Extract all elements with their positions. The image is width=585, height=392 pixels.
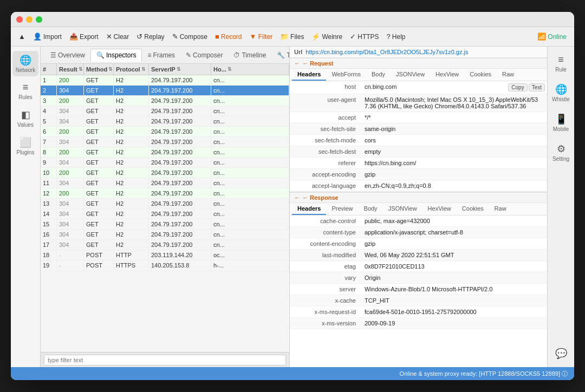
tab-inspectors[interactable]: 🔍 Inspectors bbox=[90, 49, 142, 62]
table-row[interactable]: 12 200 GET H2 204.79.197.200 cn... bbox=[41, 188, 289, 199]
close-button[interactable] bbox=[16, 16, 23, 23]
toolbar-weinre-button[interactable]: ⚡ Weinre bbox=[308, 31, 346, 42]
request-tab-hexview[interactable]: HexView bbox=[430, 69, 464, 81]
toolbar-import-button[interactable]: 👤 Import bbox=[30, 31, 65, 42]
toolbar-filter-button[interactable]: ▼ Filter bbox=[246, 31, 276, 42]
response-arrow-icon: ← bbox=[294, 194, 300, 201]
table-row[interactable]: 14 304 GET H2 204.79.197.200 cn... bbox=[41, 209, 289, 219]
url-label: Url bbox=[294, 49, 302, 55]
import-icon: 👤 bbox=[33, 32, 42, 41]
table-row[interactable]: 4 304 GET H2 204.79.197.200 cn... bbox=[41, 106, 289, 116]
far-sidebar-rule[interactable]: ≡ Rule bbox=[549, 51, 573, 76]
minimize-button[interactable] bbox=[26, 16, 32, 23]
values-icon: ◧ bbox=[21, 109, 30, 121]
table-row[interactable]: 15 304 GET H2 204.79.197.200 cn... bbox=[41, 219, 289, 230]
response-header-row-x-cache: x-cache TCP_HIT bbox=[290, 295, 547, 306]
col-header-serverip[interactable]: ServerIP ⇅ bbox=[149, 64, 211, 75]
compose-icon: ✎ bbox=[172, 32, 178, 41]
far-sidebar-setting[interactable]: ⚙ Setting bbox=[549, 140, 573, 165]
toolbar-clear-button[interactable]: ✕ Clear bbox=[103, 31, 133, 42]
request-headers-content: host cn.bing.com Copy Text user-agent Mo… bbox=[290, 81, 547, 192]
rule-icon: ≡ bbox=[558, 54, 564, 66]
online-icon: 📶 bbox=[537, 32, 546, 41]
tab-timeline[interactable]: ⏱ Timeline bbox=[228, 49, 271, 61]
mobile-icon: 📱 bbox=[555, 113, 567, 125]
request-tab-cookies[interactable]: Cookies bbox=[464, 69, 497, 81]
far-sidebar-mobile[interactable]: 📱 Mobile bbox=[549, 110, 573, 135]
toolbar-replay-button[interactable]: ↺ Replay bbox=[133, 31, 167, 42]
request-section-label: ← ← Request bbox=[290, 58, 547, 69]
col-header-method[interactable]: Method ⇅ bbox=[84, 64, 114, 75]
https-icon: ✓ bbox=[350, 32, 356, 41]
far-right-sidebar: ≡ Rule 🌐 Whistle 📱 Mobile ⚙ Setting 💬 bbox=[547, 47, 574, 367]
response-tab-preview[interactable]: Preview bbox=[326, 203, 358, 215]
request-tab-raw[interactable]: Raw bbox=[497, 69, 519, 81]
col-header-result[interactable]: Result ⇅ bbox=[57, 64, 84, 75]
table-row[interactable]: 9 304 GET H2 204.79.197.200 cn... bbox=[41, 158, 289, 168]
whistle-icon: 🌐 bbox=[555, 83, 567, 95]
response-tab-body[interactable]: Body bbox=[359, 203, 383, 215]
request-tab-headers[interactable]: Headers bbox=[292, 69, 326, 81]
text-button[interactable]: Text bbox=[529, 83, 545, 92]
tab-frames[interactable]: ≡ Frames bbox=[142, 49, 180, 61]
table-row[interactable]: 10 200 GET H2 204.79.197.200 cn... bbox=[41, 168, 289, 178]
tab-composer[interactable]: ✎ Composer bbox=[180, 49, 228, 61]
table-row[interactable]: 6 200 GET H2 204.79.197.200 cn... bbox=[41, 127, 289, 137]
response-tab-cookies[interactable]: Cookies bbox=[457, 203, 489, 215]
far-sidebar-chat[interactable]: 💬 bbox=[549, 344, 573, 363]
table-row[interactable]: 8 200 GET H2 204.79.197.200 cn... bbox=[41, 147, 289, 158]
header-row-accept: accept */* bbox=[290, 112, 547, 123]
toolbar-help-button[interactable]: ? Help bbox=[384, 31, 409, 42]
response-header-row-etag: etag 0x8D7F21010CED113 bbox=[290, 261, 547, 272]
table-row[interactable]: 7 304 GET H2 204.79.197.200 cn... bbox=[41, 137, 289, 147]
table-row[interactable]: 19 - POST HTTPS 140.205.153.8 h-... bbox=[41, 260, 289, 271]
inspectors-icon: 🔍 bbox=[96, 51, 105, 59]
col-header-protocol[interactable]: Protocol ⇅ bbox=[114, 64, 149, 75]
request-tab-webforms[interactable]: WebForms bbox=[326, 69, 366, 81]
table-row[interactable]: 5 304 GET H2 204.79.197.200 cn... bbox=[41, 116, 289, 127]
arrow-up-icon: ▲ bbox=[18, 32, 25, 41]
toolbar-files-button[interactable]: 📁 Files bbox=[277, 31, 307, 42]
tab-overview[interactable]: ☰ Overview bbox=[45, 49, 90, 61]
response-section-label: ← ← Response bbox=[290, 192, 547, 203]
table-row[interactable]: 16 304 GET H2 204.79.197.200 cn... bbox=[41, 230, 289, 240]
table-row[interactable]: 18 - POST HTTP 203.119.144.20 oc... bbox=[41, 250, 289, 260]
table-row[interactable]: 17 304 GET H2 204.79.197.200 cn... bbox=[41, 240, 289, 250]
request-tab-body[interactable]: Body bbox=[366, 69, 391, 81]
sidebar-item-values[interactable]: ◧ Values bbox=[12, 106, 38, 131]
response-tab-headers[interactable]: Headers bbox=[292, 203, 326, 215]
response-header-row-content-encoding: content-encoding gzip bbox=[290, 238, 547, 250]
toolbar-compose-button[interactable]: ✎ Compose bbox=[169, 31, 211, 42]
sidebar-item-plugins[interactable]: ⬜ Plugins bbox=[12, 133, 38, 159]
request-tabbar: Headers WebForms Body JSONView HexView C… bbox=[290, 69, 547, 81]
table-row[interactable]: 3 200 GET H2 204.79.197.200 cn... bbox=[41, 96, 289, 106]
maximize-button[interactable] bbox=[36, 16, 42, 23]
toolbar-arrow-up[interactable]: ▲ bbox=[15, 31, 29, 42]
col-header-host[interactable]: Ho... ⇅ bbox=[211, 64, 289, 75]
toolbar-export-button[interactable]: 📤 Export bbox=[66, 31, 102, 42]
response-header-row-content-type: content-type application/x-javascript; c… bbox=[290, 227, 547, 238]
tools-icon: 🔧 bbox=[277, 51, 285, 59]
copy-button[interactable]: Copy bbox=[508, 83, 527, 92]
header-row-sec-fetch-dest: sec-fetch-dest empty bbox=[290, 146, 547, 158]
response-tab-raw[interactable]: Raw bbox=[489, 203, 512, 215]
response-header-row-vary: vary Origin bbox=[290, 272, 547, 284]
table-row[interactable]: 2 304 GET H2 204.79.197.200 cn... bbox=[41, 86, 289, 96]
request-tab-jsonview[interactable]: JSONView bbox=[391, 69, 430, 81]
sidebar-item-network[interactable]: 🌐 Network bbox=[12, 51, 38, 76]
sidebar-item-rules[interactable]: ≡ Rules bbox=[12, 79, 38, 103]
response-tab-hexview[interactable]: HexView bbox=[422, 203, 457, 215]
filter-bar bbox=[41, 352, 289, 367]
tab-tools[interactable]: 🔧 Tools bbox=[271, 49, 290, 61]
toolbar-record-button[interactable]: ■ Record bbox=[212, 31, 245, 42]
table-row[interactable]: 11 304 GET H2 204.79.197.200 cn... bbox=[41, 178, 289, 188]
table-row[interactable]: 1 200 GET H2 204.79.197.200 cn... bbox=[41, 75, 289, 86]
far-sidebar-whistle[interactable]: 🌐 Whistle bbox=[549, 80, 573, 106]
plugins-icon: ⬜ bbox=[20, 136, 31, 148]
toolbar-online-button[interactable]: 📶 Online bbox=[534, 31, 570, 42]
response-tab-jsonview[interactable]: JSONView bbox=[383, 203, 422, 215]
table-row[interactable]: 13 304 GET H2 204.79.197.200 cn... bbox=[41, 199, 289, 209]
filter-input[interactable] bbox=[44, 355, 286, 365]
toolbar-https-button[interactable]: ✓ HTTPS bbox=[347, 31, 382, 42]
record-icon: ■ bbox=[215, 32, 219, 41]
